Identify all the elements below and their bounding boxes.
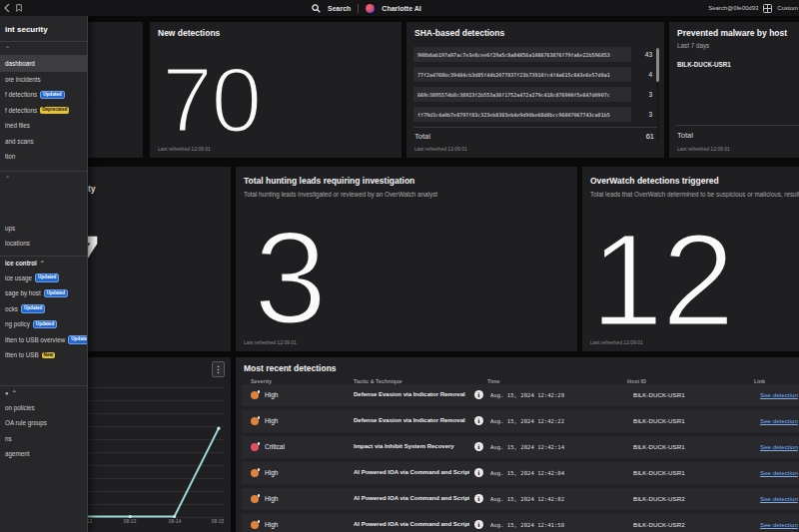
menu-item-ioa-rule-groups[interactable]: OA rule groups [0,415,87,431]
card-title: OverWatch detections triggered [590,176,719,186]
apps-grid-icon[interactable] [763,4,772,13]
updated-badge: Updated [44,289,68,298]
host-label[interactable]: BILK-DUCK-USR1 [677,61,731,68]
detection-row[interactable]: High AI Powered IOA via Command and Scri… [242,514,799,532]
updated-badge: Updated [33,320,57,329]
search-button[interactable]: Search [328,5,351,12]
section-configure[interactable]: ●⌃ [0,386,87,400]
sha-row[interactable]: 908b6ab197a97ac7e3e8cee6f29a5c8a84856a10… [413,47,631,62]
menu-item-usb-overview[interactable]: itten to USB overviewUpdated [0,332,87,348]
card-title: Total hunting leads requiring investigat… [244,176,414,186]
total-label: Total [677,131,693,140]
detection-time: Aug. 15, 2024 12:42:29 [490,392,564,398]
sha-row[interactable]: ff79d3c4a0b7e8797f83c323eb8383eb4e9d90be… [413,107,631,122]
charlotte-ai-button[interactable]: Charlotte AI [382,5,420,12]
menu-item-ns[interactable]: ns [0,431,87,447]
menu-item-blocks[interactable]: ocksUpdated [0,301,87,317]
card-new-detections: New detections 70 Last refreshed 12:09:0… [150,22,401,158]
detection-row[interactable]: High Defense Evasion via Indicator Remov… [242,384,799,406]
info-icon[interactable]: i [474,494,483,503]
total-value: 61 [646,132,654,141]
dot-icon: ● [5,390,9,396]
endpoint-security-menu: int security ⌃ dashboard ore incidents f… [0,16,88,532]
sha-hash: ff79d3c4a0b7e8797f83c323eb8383eb4e9d90be… [417,112,610,118]
severity-high-icon [251,469,259,477]
severity-label: High [265,495,278,502]
menu-item-incidents[interactable]: ore incidents [0,72,87,88]
see-detection-link[interactable]: See detection [760,391,798,398]
sha-hash: 908b6ab197a97ac7e3e8cee6f29a5c8a84856a10… [417,52,610,58]
host-id: BILK-DUCK-USR2 [633,521,685,528]
see-detection-link[interactable]: See detection [760,417,798,424]
customize-button[interactable]: Custom [777,5,798,11]
menu-item-quarantined-files[interactable]: ined files [0,118,87,134]
metric-value: 12 [590,215,733,346]
collapse-chevron[interactable]: ⌃ [0,172,87,185]
sha-row[interactable]: 77f2a4768bc39484cb3d85f44b2077837f23b739… [413,67,631,82]
menu-item-tion[interactable]: tion [0,149,87,165]
menu-item-written-to-usb[interactable]: itten to USBNew [0,347,87,363]
card-overwatch: OverWatch detections triggered Total lea… [582,167,799,351]
severity-label: High [265,521,278,528]
sha-count: 3 [632,91,652,98]
deprecated-badge: Deprecated [40,107,69,114]
info-icon[interactable]: i [474,390,483,399]
menu-item-detections-deprecated[interactable]: f detectionsDeprecated [0,103,87,119]
severity-high-icon [251,391,259,399]
sha-row[interactable]: 669c3895574b8c38923f2b553a36f1752a472a27… [413,87,631,102]
info-icon[interactable]: i [474,416,483,425]
host-id: BILK-DUCK-USR1 [633,469,685,476]
last-refreshed: Last refreshed 12:09:01 [677,146,730,152]
tactic-label: AI Powered IOA via Command and Scripting… [354,521,469,527]
menu-item-dashboard[interactable]: dashboard [0,56,87,72]
menu-item-device-usage[interactable]: ice usageUpdated [0,270,87,286]
search-icon[interactable] [312,4,321,13]
info-icon[interactable]: i [474,468,483,477]
menu-item-locations[interactable]: locations [0,236,87,252]
severity-label: High [265,417,278,424]
see-detection-link[interactable]: See detection [760,443,798,450]
menu-item-detections-updated[interactable]: f detectionsUpdated [0,87,87,103]
host-id: BILK-DUCK-USR1 [633,391,685,398]
section-device-control[interactable]: ice control⌃ [0,257,87,270]
bookmark-icon[interactable] [16,4,22,12]
info-icon[interactable]: i [474,520,483,529]
menu-item-management[interactable]: agement [0,446,87,462]
card-subtitle: Total hunting leads investigated or revi… [244,191,437,198]
topbar-left-icons [4,0,22,16]
falcon-dashboard: Search Charlotte AI Search@0fe00d93 Cust… [0,0,799,532]
severity-high-icon [251,521,259,529]
see-detection-link[interactable]: See detection [760,469,798,476]
topbar-center: Search Charlotte AI [312,0,421,16]
charlotte-ai-icon[interactable] [366,4,375,13]
table-title: Most recent detections [244,363,337,373]
detection-row[interactable]: High AI Powered IOA via Command and Scri… [242,462,799,484]
detection-row[interactable]: High Defense Evasion via Indicator Remov… [242,410,799,432]
info-icon[interactable]: i [474,442,483,451]
menu-item-policy[interactable]: ng policyUpdated [0,316,87,332]
severity-high-icon [251,417,259,425]
see-detection-link[interactable]: See detection [760,495,798,502]
menu-spacer [0,185,87,221]
back-icon[interactable] [4,4,10,12]
menu-item-scans[interactable]: and scans [0,134,87,150]
topbar-right: Search@0fe00d93 Custom [708,0,799,16]
chevron-up-icon: ⌃ [40,260,45,266]
x-axis-label: 08-13 [124,519,136,524]
menu-item-prevention-policies[interactable]: on policies [0,400,87,416]
menu-item-usage-by-host[interactable]: sage by hostUpdated [0,285,87,301]
card-prevented-malware: Prevented malware by host Last 7 days BI… [669,22,799,158]
card-subtitle: Total leads that OverWatch determined to… [590,191,799,198]
last-refreshed: Last refreshed 12:09:01 [590,339,643,345]
detection-row[interactable]: Critical Impact via Inhibit System Recov… [242,436,799,458]
updated-badge: Updated [35,273,59,282]
account-label[interactable]: Search@0fe00d93 [708,5,758,11]
sha-count: 4 [632,71,652,78]
see-detection-link[interactable]: See detection [760,521,798,528]
sha-hash: 77f2a4768bc39484cb3d85f44b2077837f23b739… [417,72,610,78]
menu-item-groups[interactable]: ups [0,221,87,237]
chevron-up-icon: ⌃ [12,389,17,396]
detection-row[interactable]: High AI Powered IOA via Command and Scri… [242,488,799,510]
collapse-chevron[interactable]: ⌃ [0,42,87,55]
scrollbar-thumb[interactable] [656,48,659,82]
